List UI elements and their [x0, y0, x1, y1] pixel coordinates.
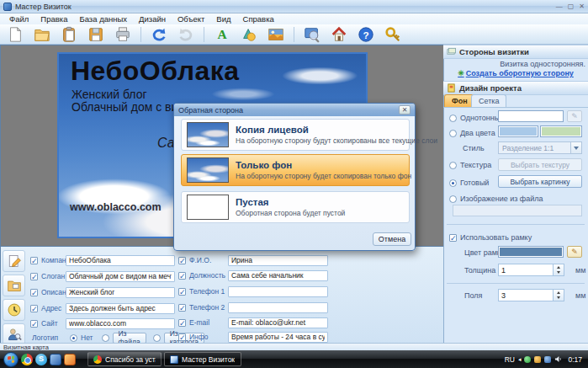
minimize-button[interactable]: —: [556, 3, 563, 11]
tray-shield-icon[interactable]: [534, 356, 541, 363]
add-text-button[interactable]: A: [210, 25, 234, 44]
solid-color-swatch[interactable]: [498, 110, 564, 122]
add-shape-button[interactable]: [237, 25, 261, 44]
menu-database[interactable]: База данных: [73, 14, 133, 24]
open-card-button[interactable]: [3, 275, 25, 296]
edit-fields-button[interactable]: [3, 250, 25, 272]
quicklaunch-desktop-icon[interactable]: [50, 354, 61, 365]
tray-antivirus-icon[interactable]: [524, 356, 531, 363]
dialog-title-bar[interactable]: Обратная сторона ✕: [174, 104, 415, 116]
option-copy-front[interactable]: Копия лицевой На оборотную сторону будут…: [181, 119, 410, 151]
ready-image-radio[interactable]: [449, 179, 457, 187]
company-input[interactable]: [66, 255, 175, 266]
quicklaunch-skype-icon[interactable]: S: [35, 354, 47, 365]
history-button[interactable]: [3, 299, 25, 321]
menu-object[interactable]: Объект: [172, 14, 210, 24]
spinner-buttons[interactable]: [554, 289, 564, 301]
phone1-checkbox[interactable]: [178, 288, 186, 296]
dropdown-arrow-icon[interactable]: [570, 142, 581, 153]
maximize-button[interactable]: ▢: [568, 3, 575, 11]
save-button[interactable]: [84, 25, 108, 44]
tab-grid[interactable]: Сетка: [471, 94, 506, 107]
paste-button[interactable]: [57, 25, 81, 44]
language-indicator[interactable]: RU: [505, 355, 515, 364]
spinner-buttons[interactable]: [554, 264, 564, 276]
choose-picture-button[interactable]: Выбрать картинку: [498, 175, 582, 188]
fullname-input[interactable]: [228, 255, 328, 266]
phone2-checkbox[interactable]: [178, 304, 186, 312]
home-button[interactable]: [327, 25, 351, 44]
field-row: Адрес: [30, 302, 175, 314]
card-description-text[interactable]: Женский блог: [72, 88, 147, 101]
option-empty[interactable]: Пустая Оборотная сторона будет пустой: [181, 191, 410, 223]
menu-file[interactable]: Файл: [3, 14, 34, 24]
margins-input[interactable]: [498, 289, 554, 301]
position-checkbox[interactable]: [178, 272, 186, 280]
preview-button[interactable]: [300, 25, 324, 44]
website-input[interactable]: [66, 318, 175, 329]
description-input[interactable]: [66, 287, 175, 298]
thickness-spinner[interactable]: [498, 264, 564, 276]
fullname-checkbox[interactable]: [178, 257, 186, 264]
logo-from-file-button[interactable]: Из файла: [113, 333, 146, 344]
margins-spinner[interactable]: [498, 289, 564, 301]
quicklaunch-media-icon[interactable]: [64, 354, 76, 365]
logo-none-radio[interactable]: [70, 334, 77, 342]
help-button[interactable]: ?: [354, 25, 378, 44]
dialog-close-button[interactable]: ✕: [399, 105, 411, 115]
phone1-input[interactable]: [228, 286, 328, 297]
two-color-swatch-2[interactable]: [540, 125, 582, 137]
add-image-button[interactable]: [264, 25, 288, 44]
address-input[interactable]: [66, 303, 175, 314]
slogan-input[interactable]: [66, 271, 175, 282]
title-bar[interactable]: Мастер Визиток — ▢ ✕: [0, 0, 588, 13]
taskbar-button-browser[interactable]: Спасибо за устано...: [87, 352, 162, 366]
start-button[interactable]: [3, 352, 19, 367]
tray-volume-icon[interactable]: [554, 355, 562, 363]
tray-expand-arrow-icon[interactable]: ◂: [518, 356, 522, 363]
quicklaunch-chrome-icon[interactable]: [21, 354, 33, 365]
print-button[interactable]: [111, 25, 135, 44]
texture-radio[interactable]: [449, 162, 457, 169]
description-checkbox[interactable]: [30, 289, 38, 296]
image-from-file-radio[interactable]: [449, 195, 457, 203]
info-input[interactable]: [228, 332, 328, 343]
menu-view[interactable]: Вид: [210, 14, 236, 24]
card-website-text[interactable]: www.oblacco.com: [70, 201, 162, 213]
logo-from-catalog-radio[interactable]: [153, 334, 161, 342]
frame-color-swatch[interactable]: [498, 246, 564, 258]
slogan-checkbox[interactable]: [30, 273, 38, 280]
new-document-button[interactable]: [3, 25, 27, 44]
email-input[interactable]: [228, 317, 328, 328]
thickness-input[interactable]: [498, 264, 554, 276]
undo-button[interactable]: [147, 25, 171, 44]
open-button[interactable]: [30, 25, 54, 44]
info-checkbox[interactable]: [178, 333, 186, 341]
menu-design[interactable]: Дизайн: [133, 14, 172, 24]
menu-help[interactable]: Справка: [237, 14, 280, 24]
address-checkbox[interactable]: [30, 305, 38, 312]
menu-edit[interactable]: Правка: [34, 14, 73, 24]
use-frame-checkbox[interactable]: [449, 234, 457, 242]
two-colors-radio[interactable]: [449, 130, 457, 137]
tray-network-icon[interactable]: [544, 356, 551, 363]
email-checkbox[interactable]: [178, 319, 186, 327]
phone2-input[interactable]: [228, 302, 328, 313]
two-color-swatch-1[interactable]: [498, 125, 538, 137]
solid-color-radio[interactable]: [449, 115, 457, 122]
taskbar-button-app[interactable]: Мастер Визиток: [164, 352, 241, 366]
cancel-button[interactable]: Отмена: [373, 232, 411, 246]
create-back-side-link[interactable]: ✳Создать оборотную сторону: [443, 69, 588, 77]
company-checkbox[interactable]: [30, 257, 38, 264]
close-button[interactable]: ✕: [579, 3, 585, 11]
card-company-text[interactable]: НебоОблака: [71, 56, 240, 87]
registration-button[interactable]: [381, 25, 405, 44]
option-background-only[interactable]: Только фон На оборотную сторону будет ск…: [181, 154, 410, 186]
website-checkbox[interactable]: [30, 320, 38, 328]
tray-clock[interactable]: 0:17: [568, 355, 582, 364]
texture-row: Текстура: [449, 159, 491, 171]
frame-color-picker-button[interactable]: ✎: [567, 246, 582, 258]
style-dropdown[interactable]: Разделение 1:1: [498, 141, 582, 154]
logo-from-file-radio[interactable]: [102, 334, 109, 342]
position-input[interactable]: [228, 270, 328, 281]
